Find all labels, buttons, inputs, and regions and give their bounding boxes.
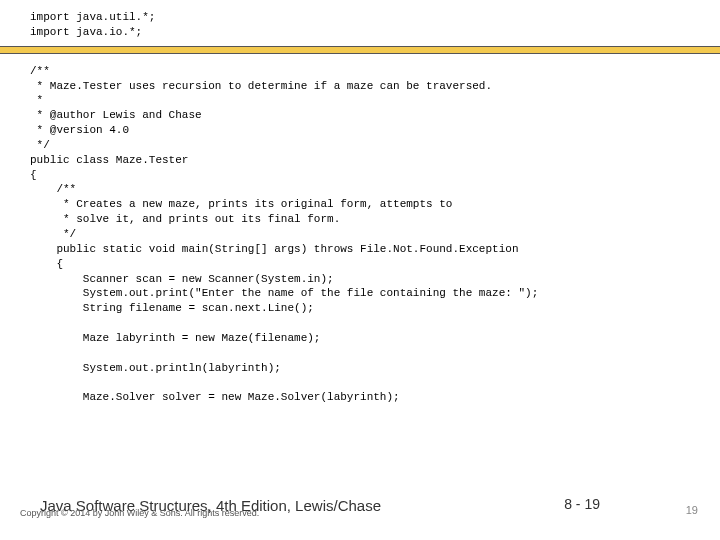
code-block-body: /** * Maze.Tester uses recursion to dete…	[0, 54, 720, 405]
slide-number: 19	[686, 504, 698, 516]
page-number: 8 - 19	[564, 496, 600, 512]
code-block-top: import java.util.*; import java.io.*;	[0, 0, 720, 46]
copyright-text: Copyright © 2014 by John Wiley & Sons. A…	[20, 508, 259, 518]
separator-bar	[0, 46, 720, 54]
